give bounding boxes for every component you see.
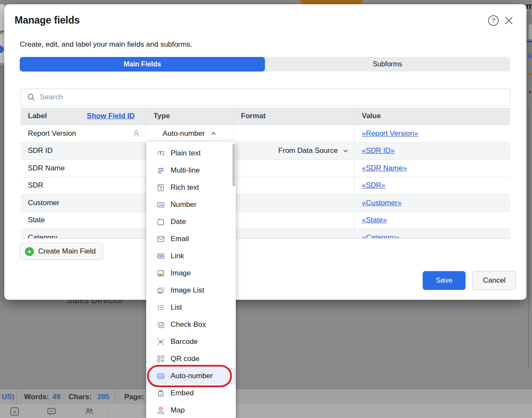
table-row: Report VersionAuto-number«Report Version… bbox=[21, 125, 510, 142]
dropdown-item-auto-number[interactable]: 123Auto-number bbox=[146, 367, 236, 385]
dropdown-item-label: Plain text bbox=[171, 149, 201, 158]
row-value-link[interactable]: «SDR ID» bbox=[362, 146, 395, 155]
tab-main-fields[interactable]: Main Fields bbox=[20, 57, 265, 72]
dropdown-item-multi-line[interactable]: Multi-line bbox=[146, 162, 236, 179]
row-label[interactable]: SDR Name bbox=[28, 164, 65, 173]
table-row: SDR Name«SDR Name» bbox=[21, 159, 510, 177]
tab-subforms[interactable]: Subforms bbox=[265, 57, 510, 72]
status-bar: US) Words: 49 Chars: 285 Page: bbox=[0, 389, 532, 404]
barcode-icon bbox=[156, 337, 165, 346]
backdrop-right-text: m bbox=[526, 1, 532, 12]
close-icon[interactable] bbox=[504, 16, 514, 25]
row-label[interactable]: SDR ID bbox=[28, 146, 53, 155]
dropdown-item-check-box[interactable]: Check Box bbox=[146, 316, 236, 333]
comment-icon bbox=[39, 407, 64, 416]
row-value-link[interactable]: «Report Version» bbox=[362, 129, 418, 138]
table-row: SDR IDFrom Data Source«SDR ID» bbox=[21, 142, 510, 160]
multi-line-icon bbox=[156, 166, 165, 175]
plus-icon: + bbox=[25, 247, 34, 256]
dropdown-item-embed[interactable]: </>Embed bbox=[146, 385, 236, 402]
dropdown-item-label: Check Box bbox=[171, 320, 206, 329]
dropdown-item-qr-code[interactable]: QR code bbox=[146, 350, 236, 367]
svg-text:</>: </> bbox=[159, 393, 163, 396]
backdrop-right-blue-line bbox=[526, 41, 532, 42]
dropdown-item-plain-text[interactable]: TPlain text bbox=[146, 145, 236, 162]
dropdown-item-label: Number bbox=[171, 200, 196, 209]
dropdown-item-label: Date bbox=[171, 218, 186, 226]
table-row: Customer«Customer» bbox=[21, 194, 510, 212]
dropdown-item-barcode[interactable]: Barcode bbox=[146, 333, 236, 350]
show-field-id-link[interactable]: Show Field ID bbox=[87, 112, 135, 120]
search-icon bbox=[27, 93, 36, 102]
dropdown-item-link[interactable]: Link bbox=[146, 248, 236, 265]
dropdown-item-email[interactable]: Email bbox=[146, 230, 236, 248]
image-list-icon bbox=[156, 286, 165, 295]
tab-bar: Main Fields Subforms bbox=[20, 57, 510, 72]
toolbar-item-hash[interactable]: #Changes bbox=[2, 407, 27, 418]
list-icon bbox=[156, 303, 165, 312]
save-button[interactable]: Save bbox=[423, 271, 466, 290]
backdrop-right-letter: A bbox=[527, 52, 532, 60]
toolbar-item-comment[interactable]: Threads bbox=[39, 407, 64, 418]
date-icon bbox=[156, 218, 165, 226]
row-label[interactable]: State bbox=[28, 216, 45, 224]
row-label[interactable]: SDR bbox=[28, 181, 43, 190]
backdrop-top-button bbox=[300, 0, 363, 4]
chars-label: Chars: bbox=[69, 393, 92, 401]
row-type-value[interactable]: Auto-number bbox=[162, 129, 204, 138]
dropdown-item-image[interactable]: Image bbox=[146, 265, 236, 282]
backdrop-left-logo bbox=[0, 45, 4, 53]
row-value-link[interactable]: «Category» bbox=[362, 233, 400, 239]
words-count: 49 bbox=[52, 393, 60, 401]
toolbar-item-people[interactable]: People bbox=[76, 407, 102, 418]
backdrop-left-band bbox=[0, 63, 4, 65]
row-value-link[interactable]: «SDR» bbox=[362, 181, 385, 190]
dropdown-item-label: Rich text bbox=[171, 183, 199, 192]
column-type: Type bbox=[153, 112, 170, 120]
dropdown-scrollbar[interactable] bbox=[232, 143, 235, 186]
row-value-link[interactable]: «SDR Name» bbox=[362, 164, 407, 173]
chevron-down-icon[interactable] bbox=[342, 147, 349, 154]
backdrop-right-band bbox=[529, 24, 532, 39]
dropdown-item-number[interactable]: 123Number bbox=[146, 196, 236, 213]
image-icon bbox=[156, 269, 165, 278]
row-value-link[interactable]: «State» bbox=[362, 216, 387, 224]
person-icon bbox=[132, 129, 141, 138]
svg-text:#: # bbox=[13, 409, 16, 415]
backdrop-right-panel-edge bbox=[528, 110, 529, 368]
help-icon[interactable]: ? bbox=[488, 15, 499, 26]
dropdown-item-label: Link bbox=[171, 252, 184, 260]
svg-text:T: T bbox=[159, 186, 162, 191]
plain-text-icon: T bbox=[156, 149, 165, 158]
search-input[interactable] bbox=[40, 93, 426, 102]
dropdown-item-label: QR code bbox=[171, 355, 199, 363]
dropdown-item-label: Image bbox=[171, 269, 191, 278]
dropdown-item-date[interactable]: Date bbox=[146, 213, 236, 230]
manage-fields-dialog: Manage fields ? Create, edit, and label … bbox=[4, 4, 526, 300]
create-main-field-button[interactable]: + Create Main Field bbox=[20, 243, 103, 260]
dropdown-item-list[interactable]: List bbox=[146, 299, 236, 316]
table-header: Label Show Field ID Type Format Value bbox=[21, 107, 510, 125]
svg-text:T: T bbox=[159, 150, 162, 156]
column-format: Format bbox=[241, 112, 266, 120]
row-label[interactable]: Category bbox=[28, 233, 57, 239]
row-label[interactable]: Report Version bbox=[28, 129, 76, 138]
email-icon bbox=[156, 235, 165, 243]
row-format-value[interactable]: From Data Source bbox=[278, 146, 338, 155]
dropdown-item-rich-text[interactable]: TRich text bbox=[146, 179, 236, 196]
dialog-subtitle: Create, edit, and label your main fields… bbox=[20, 40, 192, 49]
cancel-button[interactable]: Cancel bbox=[472, 271, 516, 290]
backdrop-right-orange-dot bbox=[529, 73, 532, 76]
dialog-title: Manage fields bbox=[15, 15, 80, 26]
people-icon bbox=[76, 407, 102, 416]
table-row: SDR«SDR» bbox=[21, 177, 510, 194]
svg-text:123: 123 bbox=[159, 203, 163, 206]
dropdown-item-label: Map bbox=[171, 406, 185, 415]
map-icon bbox=[156, 406, 165, 415]
search-box bbox=[21, 89, 510, 106]
row-label[interactable]: Customer bbox=[28, 199, 60, 207]
dropdown-item-image-list[interactable]: Image List bbox=[146, 282, 236, 299]
row-value-link[interactable]: «Customer» bbox=[362, 199, 402, 207]
dropdown-item-map[interactable]: Map bbox=[146, 402, 236, 418]
chevron-up-icon[interactable] bbox=[210, 130, 217, 137]
